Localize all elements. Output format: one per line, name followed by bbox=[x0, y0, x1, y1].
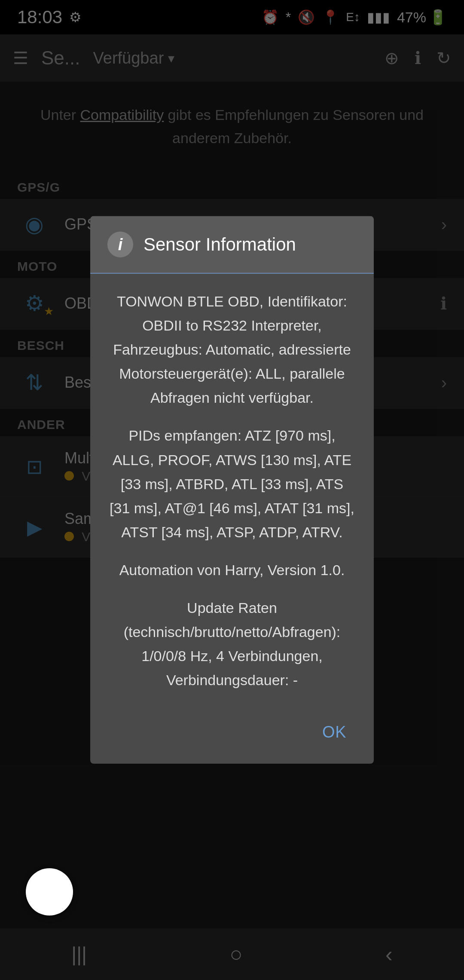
dialog-footer: OK bbox=[90, 707, 374, 764]
dialog-paragraph-2: PIDs empfangen: ATZ [970 ms], ALLG, PROO… bbox=[109, 423, 355, 544]
fab-button[interactable] bbox=[26, 868, 73, 916]
dialog-paragraph-4: Update Raten (technisch/brutto/netto/Abf… bbox=[109, 596, 355, 692]
dialog-ok-button[interactable]: OK bbox=[314, 716, 355, 748]
dialog-paragraph-1: TONWON BTLE OBD, Identifikator: OBDII to… bbox=[109, 289, 355, 410]
dialog-info-icon: i bbox=[107, 232, 133, 257]
dialog-paragraph-3: Automation von Harry, Version 1.0. bbox=[109, 558, 355, 582]
dialog-header: i Sensor Information bbox=[90, 216, 374, 274]
dialog-body: TONWON BTLE OBD, Identifikator: OBDII to… bbox=[90, 274, 374, 707]
dialog-title: Sensor Information bbox=[143, 234, 296, 255]
sensor-info-dialog: i Sensor Information TONWON BTLE OBD, Id… bbox=[90, 216, 374, 764]
